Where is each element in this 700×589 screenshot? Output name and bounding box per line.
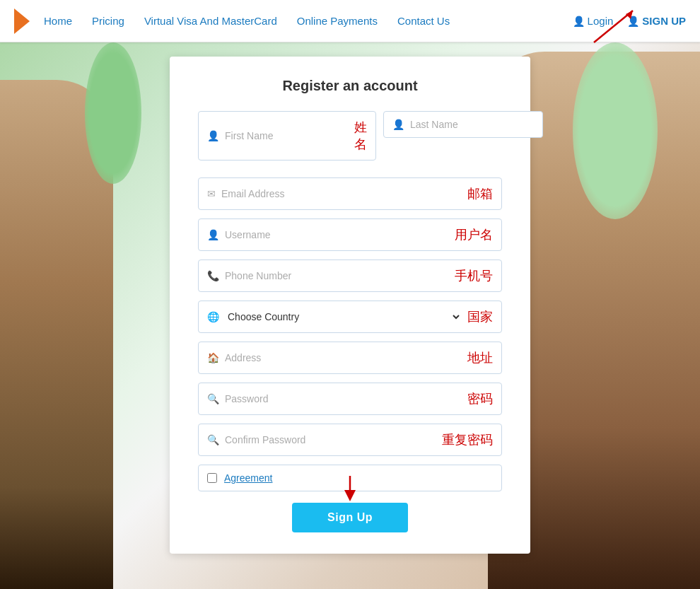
svg-marker-1 <box>626 11 633 19</box>
main-content: Register an account 👤 姓名 👤 ✉ <box>0 42 700 589</box>
username-icon: 👤 <box>207 229 219 240</box>
phone-group: 📞 手机号 <box>198 259 502 292</box>
address-group: 🏠 地址 <box>198 342 502 374</box>
first-name-cn-label: 姓名 <box>354 119 367 153</box>
phone-icon: 📞 <box>207 270 219 281</box>
nav-home[interactable]: Home <box>44 15 72 27</box>
phone-cn-label: 手机号 <box>455 267 493 284</box>
nav-pricing[interactable]: Pricing <box>92 15 124 27</box>
email-group: ✉ 邮箱 <box>198 177 502 210</box>
name-row: 👤 姓名 👤 <box>198 111 502 169</box>
country-cn-label: 国家 <box>467 308 493 325</box>
confirm-password-cn-label: 重复密码 <box>442 431 493 448</box>
phone-wrapper: 📞 手机号 <box>198 259 502 292</box>
signup-btn-wrapper: Sign Up <box>198 503 502 532</box>
password-cn-label: 密码 <box>467 390 493 407</box>
logo-chevron-icon <box>14 8 30 34</box>
confirm-lock-icon: 🔍 <box>207 434 219 445</box>
first-name-group: 👤 姓名 <box>198 111 376 161</box>
first-name-input[interactable] <box>225 130 349 141</box>
signup-down-arrow <box>336 474 364 506</box>
phone-input[interactable] <box>225 270 449 281</box>
first-name-wrapper: 👤 姓名 <box>198 111 376 161</box>
signup-arrow-annotation <box>587 4 643 49</box>
email-input[interactable] <box>221 188 462 199</box>
globe-icon: 🌐 <box>207 311 219 322</box>
nav-links: Home Pricing Virtual Visa And MasterCard… <box>44 15 573 27</box>
country-group: 🌐 Choose Country United States China Uni… <box>198 301 502 333</box>
address-input[interactable] <box>225 352 462 363</box>
signup-nav-label: SIGN UP <box>642 15 686 27</box>
address-cn-label: 地址 <box>467 349 493 366</box>
email-cn-label: 邮箱 <box>467 185 493 202</box>
username-group: 👤 用户名 <box>198 218 502 251</box>
home-icon: 🏠 <box>207 352 219 363</box>
password-group: 🔍 密码 <box>198 383 502 415</box>
last-name-input[interactable] <box>410 119 534 130</box>
email-icon: ✉ <box>207 188 216 199</box>
password-input[interactable] <box>225 393 462 404</box>
confirm-password-wrapper: 🔍 重复密码 <box>198 424 502 456</box>
last-name-group: 👤 <box>383 111 543 161</box>
register-title: Register an account <box>198 78 502 94</box>
email-wrapper: ✉ 邮箱 <box>198 177 502 210</box>
agreement-link[interactable]: Agreement <box>224 472 272 484</box>
register-card: Register an account 👤 姓名 👤 ✉ <box>170 57 530 554</box>
nav-virtual-visa[interactable]: Virtual Visa And MasterCard <box>144 15 277 27</box>
last-name-wrapper: 👤 <box>383 111 543 138</box>
nav-contact-us[interactable]: Contact Us <box>397 15 450 27</box>
confirm-password-group: 🔍 重复密码 <box>198 424 502 456</box>
user-icon <box>573 15 585 27</box>
logo[interactable] <box>14 8 30 34</box>
country-select[interactable]: Choose Country United States China Unite… <box>225 310 462 323</box>
password-wrapper: 🔍 密码 <box>198 383 502 415</box>
user-icon-firstname: 👤 <box>207 130 219 141</box>
confirm-password-input[interactable] <box>225 434 436 445</box>
username-cn-label: 用户名 <box>455 226 493 243</box>
svg-marker-3 <box>344 490 356 501</box>
nav-online-payments[interactable]: Online Payments <box>297 15 378 27</box>
username-wrapper: 👤 用户名 <box>198 218 502 251</box>
lock-icon: 🔍 <box>207 393 219 404</box>
address-wrapper: 🏠 地址 <box>198 342 502 374</box>
user-icon-lastname: 👤 <box>392 119 404 130</box>
navbar: Home Pricing Virtual Visa And MasterCard… <box>0 0 700 42</box>
username-input[interactable] <box>225 229 449 240</box>
signup-button[interactable]: Sign Up <box>292 503 408 532</box>
agreement-checkbox[interactable] <box>207 473 217 483</box>
